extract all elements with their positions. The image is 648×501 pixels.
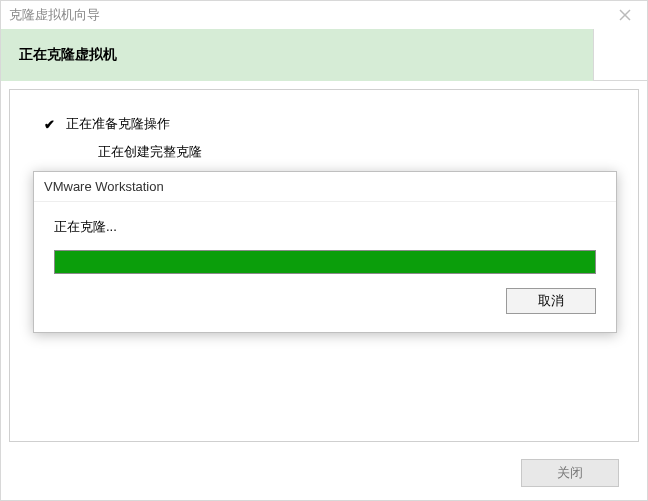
- progress-dialog-titlebar: VMware Workstation: [34, 172, 616, 202]
- close-button[interactable]: 关闭: [521, 459, 619, 487]
- wizard-title: 克隆虚拟机向导: [9, 6, 100, 24]
- progress-dialog: VMware Workstation 正在克隆... 取消: [33, 171, 617, 333]
- progress-bar: [54, 250, 596, 274]
- wizard-header: 正在克隆虚拟机: [1, 29, 647, 81]
- progress-label: 正在克隆...: [54, 218, 596, 236]
- progress-dialog-body: 正在克隆... 取消: [34, 202, 616, 332]
- cancel-button[interactable]: 取消: [506, 288, 596, 314]
- step-label: 正在准备克隆操作: [66, 115, 170, 133]
- close-icon: [619, 9, 631, 21]
- cancel-button-label: 取消: [538, 292, 564, 310]
- clone-step-prepare: ✔ 正在准备克隆操作: [40, 110, 608, 138]
- wizard-header-logo-box: [593, 29, 647, 81]
- clone-wizard-window: 克隆虚拟机向导 正在克隆虚拟机 ✔ 正在准备克隆操作 正在创建完整克隆 关闭 V…: [0, 0, 648, 501]
- progress-dialog-buttons: 取消: [54, 288, 596, 314]
- wizard-footer: 关闭: [1, 446, 647, 500]
- wizard-close-button[interactable]: [603, 1, 647, 29]
- clone-step-create-full: 正在创建完整克隆: [40, 138, 608, 166]
- progress-bar-fill: [55, 251, 595, 273]
- step-label: 正在创建完整克隆: [98, 143, 202, 161]
- wizard-titlebar: 克隆虚拟机向导: [1, 1, 647, 29]
- checkmark-icon: ✔: [44, 117, 62, 132]
- wizard-header-title: 正在克隆虚拟机: [19, 46, 117, 64]
- progress-dialog-title: VMware Workstation: [44, 179, 164, 194]
- close-button-label: 关闭: [557, 464, 583, 482]
